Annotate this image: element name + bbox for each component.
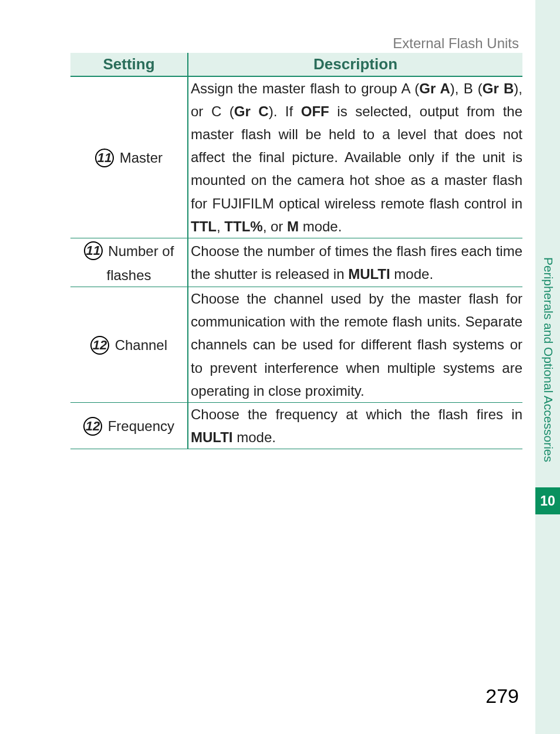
header-setting: Setting xyxy=(70,53,188,76)
setting-label: Channel xyxy=(115,337,167,353)
table-row: 12 ChannelChoose the channel used by the… xyxy=(70,287,522,403)
setting-cell: 11 Number offlashes xyxy=(70,238,188,287)
description-cell: Assign the master flash to group A (Gr A… xyxy=(188,76,522,238)
table-row: 12 FrequencyChoose the frequency at whic… xyxy=(70,402,522,449)
setting-cell: 11 Master xyxy=(70,76,188,238)
description-cell: Choose the channel used by the master fl… xyxy=(188,287,522,403)
description-cell: Choose the number of times the flash fir… xyxy=(188,238,522,287)
setting-label: Number offlashes xyxy=(106,243,174,283)
setting-cell: 12 Channel xyxy=(70,287,188,403)
table-row: 11 MasterAssign the master flash to grou… xyxy=(70,76,522,238)
setting-label: Frequency xyxy=(108,418,174,434)
number-badge-icon: 11 xyxy=(95,149,114,167)
side-chapter-number: 10 xyxy=(535,487,560,514)
number-badge-icon: 11 xyxy=(84,241,103,260)
page-number: 279 xyxy=(485,685,519,708)
side-chapter-label: Peripherals and Optional Accessories xyxy=(535,252,555,487)
settings-table: Setting Description 11 MasterAssign the … xyxy=(70,53,522,449)
description-cell: Choose the frequency at which the flash … xyxy=(188,402,522,449)
side-tab: Peripherals and Optional Accessories 10 xyxy=(535,252,560,511)
section-title: External Flash Units xyxy=(393,35,519,52)
setting-label: Master xyxy=(120,150,163,166)
header-description: Description xyxy=(188,53,522,76)
setting-cell: 12 Frequency xyxy=(70,402,188,449)
number-badge-icon: 12 xyxy=(83,417,102,436)
number-badge-icon: 12 xyxy=(90,336,109,355)
table-row: 11 Number offlashesChoose the number of … xyxy=(70,238,522,287)
